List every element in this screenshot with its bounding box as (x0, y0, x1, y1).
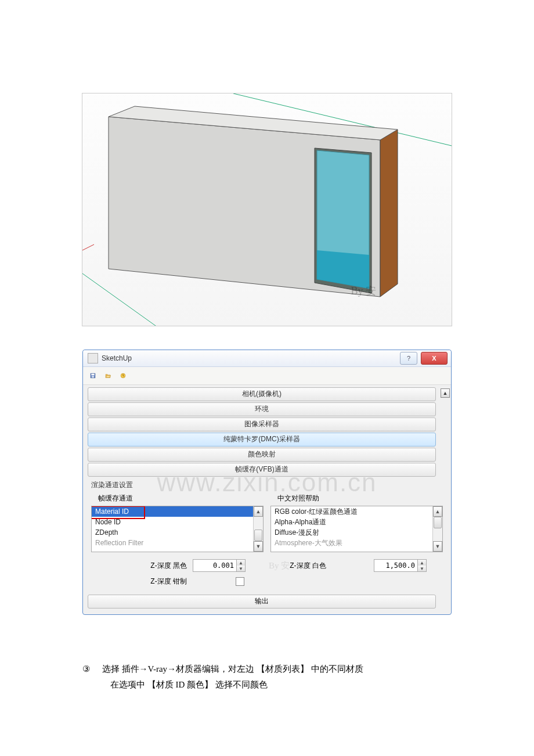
listbox-scrollbar[interactable]: ▲ ▼ (432, 506, 442, 552)
z-depth-black-label: Z-深度 黑色 (91, 561, 187, 571)
dialog-scrollbar[interactable]: ▲ (441, 385, 450, 614)
section-camera[interactable]: 相机(摄像机) (88, 387, 436, 401)
z-depth-white-label: Z-深度 白色 (290, 561, 326, 571)
scroll-down-icon[interactable]: ▼ (254, 541, 263, 552)
svg-line-0 (82, 244, 94, 250)
z-depth-black-spinner[interactable]: ▲▼ (193, 559, 246, 572)
help-col-title: 中文对照帮助 (277, 494, 443, 503)
spin-down-icon[interactable]: ▼ (418, 566, 426, 571)
instruction-paragraph: ③ 选择 插件→V-ray→材质器编辑，对左边 【材质列表】 中的不同材质 在选… (82, 661, 452, 693)
open-icon[interactable] (102, 369, 114, 382)
scroll-down-icon[interactable]: ▼ (433, 541, 442, 552)
list-item[interactable]: Node ID (92, 517, 263, 527)
close-button[interactable]: X (421, 352, 448, 365)
list-item[interactable]: RGB color-红绿蓝颜色通道 (271, 506, 442, 517)
help-listbox[interactable]: RGB color-红绿蓝颜色通道 Alpha-Alpha通道 Diffuse-… (270, 506, 443, 552)
section-environment[interactable]: 环境 (88, 402, 436, 416)
vray-options-dialog: SketchUp ? X ▲ 相机(摄像机) 环境 图像采样器 (82, 350, 452, 615)
list-item[interactable]: Diffuse-漫反射 (271, 527, 442, 538)
list-item[interactable]: ZDepth (92, 527, 263, 538)
section-dmc-sampler[interactable]: 纯蒙特卡罗(DMC)采样器 (88, 433, 436, 447)
svg-rect-11 (92, 376, 94, 378)
z-depth-white-spinner[interactable]: ▲▼ (374, 559, 427, 572)
section-vfb-channel[interactable]: 帧缓存(VFB)通道 (88, 463, 436, 477)
instruction-line1: 选择 插件→V-ray→材质器编辑，对左边 【材质列表】 中的不同材质 (102, 664, 363, 674)
instruction-number: ③ (82, 661, 100, 677)
scroll-up-icon[interactable]: ▲ (441, 388, 450, 398)
vfb-channel-listbox[interactable]: Material ID Node ID ZDepth Reflection Fi… (91, 506, 264, 552)
dialog-title: SketchUp (102, 354, 400, 362)
scroll-up-icon[interactable]: ▲ (254, 506, 263, 517)
z-depth-white-input[interactable] (374, 560, 417, 571)
section-image-sampler[interactable]: 图像采样器 (88, 417, 436, 431)
instruction-line2: 在选项中 【材质 ID 颜色】 选择不同颜色 (82, 677, 452, 693)
list-item[interactable]: Alpha-Alpha通道 (271, 517, 442, 527)
svg-line-1 (82, 273, 164, 326)
help-button[interactable]: ? (400, 352, 417, 365)
z-depth-clamp-label: Z-深度 钳制 (91, 577, 187, 586)
z-depth-clamp-checkbox[interactable] (236, 577, 244, 586)
spin-up-icon[interactable]: ▲ (237, 560, 245, 566)
list-item[interactable]: Reflection Filter (92, 538, 263, 548)
dialog-app-icon (88, 353, 98, 363)
reset-icon[interactable] (117, 369, 129, 382)
spin-down-icon[interactable]: ▼ (237, 566, 245, 571)
svg-rect-10 (91, 374, 95, 376)
render-channel-settings-label: 渲染通道设置 (91, 480, 446, 490)
section-color-mapping[interactable]: 颜色映射 (88, 448, 436, 462)
viewport-byline: By 安 (351, 284, 376, 298)
3d-model-svg (82, 93, 452, 326)
sketchup-3d-viewport: By 安 (82, 93, 452, 326)
section-output[interactable]: 输出 (88, 595, 436, 609)
dialog-byline: By 安 (269, 560, 290, 571)
spin-up-icon[interactable]: ▲ (418, 560, 426, 566)
save-icon[interactable] (86, 369, 99, 382)
listbox-scrollbar[interactable]: ▲ ▼ (253, 506, 263, 552)
list-item[interactable]: Atmosphere-大气效果 (271, 538, 442, 548)
dialog-titlebar[interactable]: SketchUp ? X (83, 350, 451, 367)
vfb-channel-col-title: 帧缓存通道 (98, 494, 264, 503)
dialog-toolbar (83, 367, 451, 385)
list-item[interactable]: Material ID (92, 506, 263, 517)
svg-marker-4 (380, 129, 398, 297)
z-depth-black-input[interactable] (193, 560, 236, 571)
scroll-up-icon[interactable]: ▲ (433, 506, 442, 517)
